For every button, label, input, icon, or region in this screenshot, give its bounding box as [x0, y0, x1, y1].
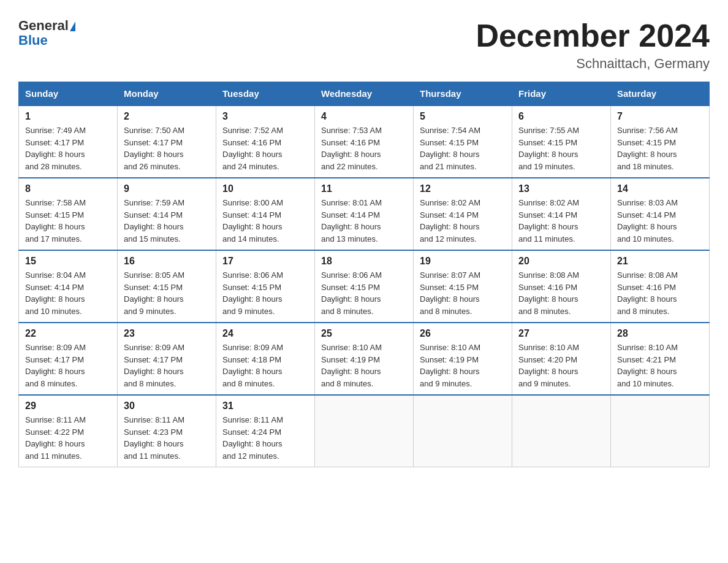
table-row — [315, 395, 414, 467]
day-info: Sunrise: 7:59 AMSunset: 4:14 PMDaylight:… — [124, 198, 184, 243]
logo-blue: Blue — [18, 33, 48, 48]
table-row: 19 Sunrise: 8:07 AMSunset: 4:15 PMDaylig… — [414, 250, 512, 323]
day-info: Sunrise: 8:09 AMSunset: 4:17 PMDaylight:… — [124, 343, 184, 388]
day-info: Sunrise: 8:11 AMSunset: 4:23 PMDaylight:… — [124, 415, 184, 461]
table-row: 24 Sunrise: 8:09 AMSunset: 4:18 PMDaylig… — [216, 323, 315, 395]
table-row: 15 Sunrise: 8:04 AMSunset: 4:14 PMDaylig… — [19, 250, 118, 323]
day-number: 16 — [124, 256, 210, 267]
day-number: 31 — [222, 400, 308, 412]
day-info: Sunrise: 7:56 AMSunset: 4:15 PMDaylight:… — [617, 126, 678, 171]
col-monday: Monday — [118, 82, 216, 106]
day-info: Sunrise: 8:08 AMSunset: 4:16 PMDaylight:… — [617, 270, 678, 316]
day-number: 26 — [420, 328, 506, 339]
table-row: 26 Sunrise: 8:10 AMSunset: 4:19 PMDaylig… — [414, 323, 512, 395]
day-number: 27 — [518, 328, 604, 339]
day-info: Sunrise: 8:02 AMSunset: 4:14 PMDaylight:… — [420, 198, 480, 243]
title-block: December 2024 Schnaittach, Germany — [476, 18, 710, 72]
col-wednesday: Wednesday — [315, 82, 414, 106]
location: Schnaittach, Germany — [476, 56, 710, 72]
calendar-row: 22 Sunrise: 8:09 AMSunset: 4:17 PMDaylig… — [19, 323, 710, 395]
day-number: 17 — [222, 256, 308, 267]
logo-triangle-icon — [70, 21, 75, 31]
table-row: 13 Sunrise: 8:02 AMSunset: 4:14 PMDaylig… — [512, 178, 611, 250]
day-info: Sunrise: 7:55 AMSunset: 4:15 PMDaylight:… — [518, 126, 579, 171]
table-row — [611, 395, 710, 467]
table-row: 18 Sunrise: 8:06 AMSunset: 4:15 PMDaylig… — [315, 250, 414, 323]
col-friday: Friday — [512, 82, 611, 106]
day-info: Sunrise: 8:05 AMSunset: 4:15 PMDaylight:… — [124, 270, 184, 316]
day-number: 4 — [321, 111, 407, 122]
day-number: 8 — [25, 183, 111, 194]
col-tuesday: Tuesday — [216, 82, 315, 106]
logo-general: General — [18, 18, 69, 33]
calendar-row: 8 Sunrise: 7:58 AMSunset: 4:15 PMDayligh… — [19, 178, 710, 250]
day-number: 22 — [25, 328, 111, 339]
table-row: 11 Sunrise: 8:01 AMSunset: 4:14 PMDaylig… — [315, 178, 414, 250]
calendar-header-row: Sunday Monday Tuesday Wednesday Thursday… — [19, 82, 710, 106]
table-row: 3 Sunrise: 7:52 AMSunset: 4:16 PMDayligh… — [216, 105, 315, 178]
day-info: Sunrise: 8:02 AMSunset: 4:14 PMDaylight:… — [518, 198, 579, 243]
table-row: 27 Sunrise: 8:10 AMSunset: 4:20 PMDaylig… — [512, 323, 611, 395]
calendar-row: 1 Sunrise: 7:49 AMSunset: 4:17 PMDayligh… — [19, 105, 710, 178]
table-row: 5 Sunrise: 7:54 AMSunset: 4:15 PMDayligh… — [414, 105, 512, 178]
day-number: 6 — [518, 111, 604, 122]
day-number: 21 — [617, 256, 703, 267]
day-info: Sunrise: 8:00 AMSunset: 4:14 PMDaylight:… — [222, 198, 283, 243]
day-info: Sunrise: 8:11 AMSunset: 4:22 PMDaylight:… — [25, 415, 86, 461]
day-number: 23 — [124, 328, 210, 339]
day-number: 11 — [321, 183, 407, 194]
table-row: 4 Sunrise: 7:53 AMSunset: 4:16 PMDayligh… — [315, 105, 414, 178]
day-number: 10 — [222, 183, 308, 194]
day-number: 30 — [124, 400, 210, 412]
calendar-row: 29 Sunrise: 8:11 AMSunset: 4:22 PMDaylig… — [19, 395, 710, 467]
day-info: Sunrise: 8:11 AMSunset: 4:24 PMDaylight:… — [222, 415, 283, 461]
table-row: 8 Sunrise: 7:58 AMSunset: 4:15 PMDayligh… — [19, 178, 118, 250]
day-info: Sunrise: 8:10 AMSunset: 4:19 PMDaylight:… — [420, 343, 480, 388]
table-row: 22 Sunrise: 8:09 AMSunset: 4:17 PMDaylig… — [19, 323, 118, 395]
table-row: 6 Sunrise: 7:55 AMSunset: 4:15 PMDayligh… — [512, 105, 611, 178]
day-info: Sunrise: 8:10 AMSunset: 4:19 PMDaylight:… — [321, 343, 382, 388]
table-row: 30 Sunrise: 8:11 AMSunset: 4:23 PMDaylig… — [118, 395, 216, 467]
day-number: 15 — [25, 256, 111, 267]
day-number: 13 — [518, 183, 604, 194]
day-number: 3 — [222, 111, 308, 122]
day-number: 14 — [617, 183, 703, 194]
day-number: 18 — [321, 256, 407, 267]
day-info: Sunrise: 8:06 AMSunset: 4:15 PMDaylight:… — [321, 270, 382, 316]
col-saturday: Saturday — [611, 82, 710, 106]
day-number: 5 — [420, 111, 506, 122]
calendar-table: Sunday Monday Tuesday Wednesday Thursday… — [18, 82, 710, 467]
day-info: Sunrise: 7:52 AMSunset: 4:16 PMDaylight:… — [222, 126, 283, 171]
table-row: 28 Sunrise: 8:10 AMSunset: 4:21 PMDaylig… — [611, 323, 710, 395]
day-info: Sunrise: 8:03 AMSunset: 4:14 PMDaylight:… — [617, 198, 678, 243]
table-row: 31 Sunrise: 8:11 AMSunset: 4:24 PMDaylig… — [216, 395, 315, 467]
day-info: Sunrise: 8:06 AMSunset: 4:15 PMDaylight:… — [222, 270, 283, 316]
day-number: 7 — [617, 111, 703, 122]
table-row: 20 Sunrise: 8:08 AMSunset: 4:16 PMDaylig… — [512, 250, 611, 323]
day-info: Sunrise: 7:54 AMSunset: 4:15 PMDaylight:… — [420, 126, 480, 171]
table-row: 14 Sunrise: 8:03 AMSunset: 4:14 PMDaylig… — [611, 178, 710, 250]
table-row: 23 Sunrise: 8:09 AMSunset: 4:17 PMDaylig… — [118, 323, 216, 395]
day-number: 9 — [124, 183, 210, 194]
day-number: 25 — [321, 328, 407, 339]
logo: General Blue — [18, 18, 75, 48]
table-row: 2 Sunrise: 7:50 AMSunset: 4:17 PMDayligh… — [118, 105, 216, 178]
table-row: 1 Sunrise: 7:49 AMSunset: 4:17 PMDayligh… — [19, 105, 118, 178]
table-row — [414, 395, 512, 467]
page-header: General Blue December 2024 Schnaittach, … — [12, 12, 716, 72]
table-row: 25 Sunrise: 8:10 AMSunset: 4:19 PMDaylig… — [315, 323, 414, 395]
day-number: 24 — [222, 328, 308, 339]
month-title: December 2024 — [476, 18, 710, 53]
day-number: 28 — [617, 328, 703, 339]
day-number: 20 — [518, 256, 604, 267]
table-row: 7 Sunrise: 7:56 AMSunset: 4:15 PMDayligh… — [611, 105, 710, 178]
calendar-row: 15 Sunrise: 8:04 AMSunset: 4:14 PMDaylig… — [19, 250, 710, 323]
day-info: Sunrise: 8:09 AMSunset: 4:17 PMDaylight:… — [25, 343, 86, 388]
table-row: 21 Sunrise: 8:08 AMSunset: 4:16 PMDaylig… — [611, 250, 710, 323]
day-info: Sunrise: 7:58 AMSunset: 4:15 PMDaylight:… — [25, 198, 86, 243]
col-sunday: Sunday — [19, 82, 118, 106]
day-info: Sunrise: 8:08 AMSunset: 4:16 PMDaylight:… — [518, 270, 579, 316]
table-row: 29 Sunrise: 8:11 AMSunset: 4:22 PMDaylig… — [19, 395, 118, 467]
table-row: 10 Sunrise: 8:00 AMSunset: 4:14 PMDaylig… — [216, 178, 315, 250]
table-row: 12 Sunrise: 8:02 AMSunset: 4:14 PMDaylig… — [414, 178, 512, 250]
